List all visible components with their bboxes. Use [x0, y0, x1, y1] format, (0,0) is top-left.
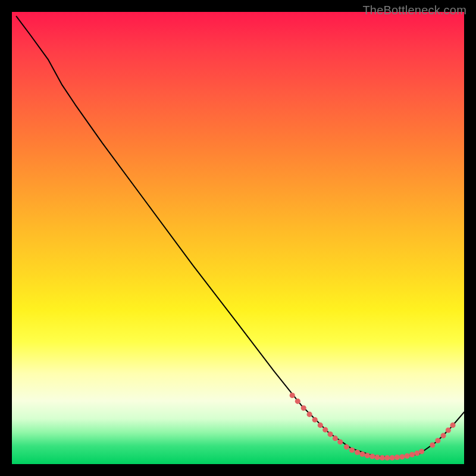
highlight-dot — [327, 431, 333, 437]
highlight-dots — [290, 393, 456, 461]
highlight-dot — [359, 452, 365, 457]
highlight-dot — [384, 455, 390, 461]
highlight-dot — [344, 444, 349, 450]
highlight-dot — [290, 393, 295, 398]
highlight-dot — [301, 405, 306, 411]
highlight-dot — [375, 455, 380, 460]
chart-overlay — [12, 12, 464, 464]
highlight-dot — [390, 455, 395, 461]
watermark-label: TheBottleneck.com — [362, 4, 466, 17]
plot-frame — [12, 12, 464, 464]
highlight-dot — [430, 443, 435, 448]
highlight-dot — [312, 417, 318, 422]
highlight-dot — [365, 453, 370, 458]
highlight-dot — [394, 455, 400, 460]
highlight-dot — [318, 422, 323, 428]
highlight-dot — [337, 439, 343, 444]
highlight-dot — [333, 436, 338, 441]
highlight-dot — [446, 427, 451, 433]
highlight-dot — [440, 433, 446, 439]
bottleneck-curve — [17, 17, 464, 458]
highlight-dot — [399, 454, 405, 459]
highlight-dot — [322, 427, 328, 433]
highlight-dot — [307, 412, 312, 417]
highlight-dot — [380, 455, 385, 461]
highlight-dot — [409, 452, 415, 457]
highlight-dot — [369, 454, 375, 459]
highlight-dot — [355, 450, 360, 455]
highlight-dot — [405, 453, 410, 459]
highlight-dot — [295, 399, 300, 404]
highlight-dot — [419, 449, 424, 454]
highlight-dot — [349, 447, 355, 453]
highlight-dot — [435, 438, 440, 443]
highlight-dot — [450, 422, 455, 428]
chart-container: TheBottleneck.com — [0, 0, 476, 476]
